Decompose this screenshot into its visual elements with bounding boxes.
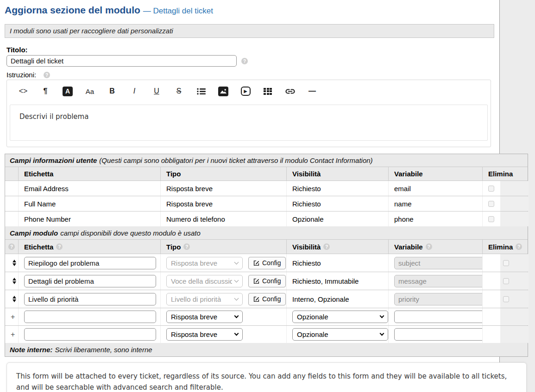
drag-handle[interactable] — [11, 296, 18, 302]
new-field-label-input[interactable] — [24, 328, 156, 341]
field-type-select: Livello di priorità — [166, 293, 243, 305]
help-icon[interactable]: ? — [56, 243, 63, 250]
delete-checkbox — [488, 201, 494, 207]
drag-handle[interactable] — [11, 260, 18, 266]
field-type-select: Risposta breve — [166, 257, 243, 269]
chevron-down-icon — [380, 331, 384, 336]
field-visibility: Opzionale — [286, 212, 388, 226]
new-field-visibility-select[interactable]: Opzionale — [292, 311, 388, 323]
config-button[interactable]: Config — [248, 257, 286, 269]
code-icon[interactable]: <> — [18, 86, 28, 96]
new-field-label-input[interactable] — [24, 311, 156, 323]
strikethrough-icon[interactable]: S — [174, 86, 184, 96]
form-fields-caption: Campi modulo campi disponibili dove ques… — [5, 226, 528, 239]
new-field-variable-input[interactable] — [394, 328, 485, 341]
instructions-help-icon[interactable]: ? — [44, 72, 50, 78]
field-variable-input — [394, 293, 485, 305]
new-field-type-select[interactable]: Risposta breve — [166, 311, 243, 323]
delete-checkbox — [503, 278, 509, 284]
field-visibility: Richiesto — [286, 254, 388, 272]
table-row: Phone Number Numero di telefono Opzional… — [5, 211, 528, 226]
help-icon[interactable]: ? — [516, 243, 522, 250]
chevron-down-icon — [234, 296, 239, 300]
field-visibility: Richiesto — [286, 181, 388, 196]
horizontal-rule-icon[interactable]: — — [307, 86, 317, 96]
delete-checkbox — [503, 296, 509, 302]
form-field-row: Risposta breve Config Richiesto — [5, 254, 528, 272]
field-variable-input — [394, 275, 485, 287]
chevron-down-icon — [234, 314, 239, 318]
list-icon[interactable] — [196, 86, 206, 96]
chevron-down-icon — [234, 260, 239, 264]
internal-notes-label: Note interne: — [10, 346, 53, 354]
underline-icon[interactable]: U — [151, 86, 162, 96]
link-icon[interactable] — [285, 86, 295, 96]
header-tipo: Tipo? — [160, 240, 286, 254]
new-field-type-select[interactable]: Risposta breve — [166, 328, 243, 341]
image-icon[interactable] — [218, 87, 228, 96]
instructions-label: Istruzioni: — [6, 71, 36, 79]
editor-toolbar: <> ¶ A Aa B I U S ▶ — — [7, 80, 491, 102]
paragraph-icon[interactable]: ¶ — [40, 86, 50, 96]
form-field-row: Voce della discussioni Config Richiesto,… — [5, 272, 528, 290]
user-fields-header-row: Etichetta Tipo Visibilità Variabile Elim… — [5, 167, 528, 180]
field-label-input[interactable] — [24, 275, 156, 287]
header-etichetta: Etichetta — [18, 167, 160, 180]
field-label: Email Address — [18, 181, 160, 196]
delete-checkbox — [488, 186, 494, 192]
font-size-icon[interactable]: Aa — [85, 86, 95, 96]
title-input[interactable] — [6, 55, 237, 67]
config-button[interactable]: Config — [248, 275, 286, 287]
field-label-input[interactable] — [24, 293, 156, 305]
field-variable: email — [388, 181, 482, 196]
user-fields-caption: Campi informazioni utente (Questi campi … — [5, 154, 528, 167]
sort-help-icon[interactable]: ? — [8, 243, 15, 250]
new-field-visibility-select[interactable]: Opzionale — [292, 328, 388, 341]
internal-notes-textarea[interactable]: This form will be attached to every tick… — [6, 362, 527, 392]
header-etichetta: Etichetta? — [18, 240, 160, 254]
table-row: Email Address Risposta breve Richiesto e… — [5, 180, 528, 196]
title-help-icon[interactable]: ? — [241, 58, 248, 64]
config-button[interactable]: Config — [248, 293, 286, 305]
header-variabile: Variabile? — [388, 240, 482, 254]
video-icon[interactable]: ▶ — [240, 86, 251, 96]
user-fields-caption-title: Campi informazioni utente — [10, 156, 97, 164]
new-field-row: + Risposta breve Opzionale — [5, 308, 528, 325]
header-tipo: Tipo — [160, 167, 286, 180]
bold-icon[interactable]: B — [107, 86, 117, 96]
field-type-select: Voce della discussioni — [166, 275, 243, 287]
chevron-down-icon — [234, 278, 239, 282]
delete-checkbox — [488, 216, 494, 222]
field-variable: name — [388, 196, 482, 211]
field-label: Phone Number — [18, 212, 160, 226]
intro-banner: I moduli sono usati per raccogliere dati… — [5, 24, 494, 38]
page-title: Aggiorna sezione del modulo — Dettagli d… — [5, 5, 213, 16]
table-icon[interactable] — [263, 86, 273, 96]
header-elimina: Elimina — [482, 167, 529, 180]
header-variabile: Variabile — [388, 167, 482, 180]
field-visibility: Richiesto, Immutabile — [286, 272, 388, 290]
internal-notes-caption: Note interne: Scrivi liberamente, sono i… — [5, 343, 528, 356]
page-title-main: Aggiorna sezione del modulo — [5, 5, 140, 15]
help-icon[interactable]: ? — [183, 243, 190, 250]
help-icon[interactable]: ? — [323, 243, 330, 250]
field-label-input[interactable] — [24, 257, 156, 269]
drag-handle[interactable] — [11, 278, 18, 284]
new-field-variable-input[interactable] — [394, 311, 485, 323]
fields-tables: Campi informazioni utente (Questi campi … — [5, 154, 528, 357]
editor-content[interactable]: Descrivi il problema — [10, 105, 488, 141]
header-handle-cell — [5, 167, 18, 180]
help-icon[interactable]: ? — [426, 243, 432, 250]
form-fields-caption-note: campi disponibili dove questo modulo è u… — [60, 229, 201, 237]
form-field-row: Livello di priorità Config Interno, Opzi… — [5, 290, 528, 308]
add-row-icon: + — [11, 330, 15, 339]
chevron-down-icon — [234, 331, 239, 336]
text-style-icon[interactable]: A — [63, 87, 73, 96]
field-visibility: Interno, Opzionale — [286, 290, 388, 308]
field-type: Numero di telefono — [160, 212, 286, 226]
instructions-editor[interactable]: <> ¶ A Aa B I U S ▶ — Descrivi il proble… — [6, 80, 491, 147]
italic-icon[interactable]: I — [129, 86, 139, 96]
field-type: Risposta breve — [160, 181, 286, 196]
form-fields-caption-title: Campi modulo — [10, 229, 58, 237]
field-visibility: Richiesto — [286, 196, 388, 211]
